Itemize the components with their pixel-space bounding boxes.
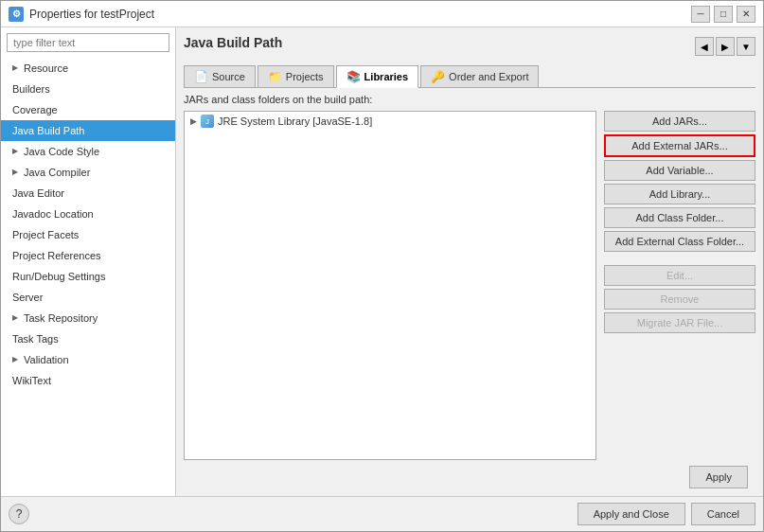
panel-header: Java Build Path ◀ ▶ ▼ xyxy=(184,35,755,58)
action-btn-add-library-[interactable]: Add Library... xyxy=(604,184,755,204)
nav-menu-button[interactable]: ▼ xyxy=(737,37,755,56)
panel-body: ▶JJRE System Library [JavaSE-1.8] Add JA… xyxy=(184,111,755,460)
button-spacer xyxy=(604,255,755,262)
sidebar-item-builders[interactable]: Builders xyxy=(1,79,175,99)
source-tab-label: Source xyxy=(212,71,245,82)
nav-arrows: ◀ ▶ ▼ xyxy=(695,37,755,56)
apply-and-close-button[interactable]: Apply and Close xyxy=(577,503,685,525)
tabs-bar: 📄Source📁Projects📚Libraries🔑Order and Exp… xyxy=(184,65,755,88)
action-btn-edit-: Edit... xyxy=(604,265,755,286)
library-list[interactable]: ▶JJRE System Library [JavaSE-1.8] xyxy=(184,111,596,460)
nav-back-button[interactable]: ◀ xyxy=(695,37,714,56)
main-panel: Java Build Path ◀ ▶ ▼ 📄Source📁Projects📚L… xyxy=(176,27,763,496)
cancel-button[interactable]: Cancel xyxy=(691,503,755,525)
sidebar-item-java-build-path[interactable]: Java Build Path xyxy=(1,120,175,141)
footer-left: ? xyxy=(9,504,572,524)
sidebar-item-wikitext[interactable]: WikiText xyxy=(1,370,175,391)
title-controls: ─ □ ✕ xyxy=(691,6,755,23)
libraries-tab-icon: 📚 xyxy=(346,70,361,83)
sidebar-item-task-repository[interactable]: Task Repository xyxy=(1,308,175,328)
content-area: ResourceBuildersCoverageJava Build PathJ… xyxy=(1,27,763,496)
sidebar-item-server[interactable]: Server xyxy=(1,287,175,308)
sidebar: ResourceBuildersCoverageJava Build PathJ… xyxy=(1,27,176,496)
main-window: ⚙ Properties for testProject ─ □ ✕ Resou… xyxy=(0,0,764,532)
order and export-tab-label: Order and Export xyxy=(449,71,528,82)
projects-tab-icon: 📁 xyxy=(268,70,282,83)
projects-tab-label: Projects xyxy=(286,71,324,82)
sidebar-item-run/debug-settings[interactable]: Run/Debug Settings xyxy=(1,266,175,287)
window-title: Properties for testProject xyxy=(29,8,154,21)
sidebar-item-resource[interactable]: Resource xyxy=(1,58,175,79)
action-btn-add-variable-[interactable]: Add Variable... xyxy=(604,160,755,181)
library-item-label: JRE System Library [JavaSE-1.8] xyxy=(218,115,372,127)
sidebar-item-java-compiler[interactable]: Java Compiler xyxy=(1,162,175,183)
libraries-tab-label: Libraries xyxy=(364,71,408,82)
action-btn-add-external-class-folder-[interactable]: Add External Class Folder... xyxy=(604,231,755,252)
tab-order-and-export[interactable]: 🔑Order and Export xyxy=(420,65,539,87)
sidebar-item-project-references[interactable]: Project References xyxy=(1,245,175,266)
sidebar-item-validation[interactable]: Validation xyxy=(1,349,175,370)
footer: ? Apply and Close Cancel xyxy=(1,496,763,531)
library-item-icon: J xyxy=(201,115,214,128)
tab-source[interactable]: 📄Source xyxy=(184,65,256,87)
maximize-button[interactable]: □ xyxy=(714,6,733,23)
action-btn-add-jars-[interactable]: Add JARs... xyxy=(604,111,755,132)
library-item-arrow: ▶ xyxy=(190,116,197,126)
title-bar-left: ⚙ Properties for testProject xyxy=(9,7,154,22)
apply-button[interactable]: Apply xyxy=(689,466,748,488)
action-btn-add-external-jars-[interactable]: Add External JARs... xyxy=(604,134,755,157)
sidebar-item-javadoc-location[interactable]: Javadoc Location xyxy=(1,204,175,224)
tab-libraries[interactable]: 📚Libraries xyxy=(336,65,418,88)
action-btn-add-class-folder-[interactable]: Add Class Folder... xyxy=(604,207,755,228)
library-item-0[interactable]: ▶JJRE System Library [JavaSE-1.8] xyxy=(185,112,595,131)
source-tab-icon: 📄 xyxy=(194,70,208,83)
sidebar-item-coverage[interactable]: Coverage xyxy=(1,99,175,120)
help-button[interactable]: ? xyxy=(9,504,29,524)
minimize-button[interactable]: ─ xyxy=(691,6,710,23)
sidebar-tree: ResourceBuildersCoverageJava Build PathJ… xyxy=(1,58,175,391)
sidebar-item-java-code-style[interactable]: Java Code Style xyxy=(1,141,175,162)
title-bar: ⚙ Properties for testProject ─ □ ✕ xyxy=(1,1,763,27)
window-icon: ⚙ xyxy=(9,7,24,22)
filter-input[interactable] xyxy=(7,33,169,52)
nav-forward-button[interactable]: ▶ xyxy=(716,37,735,56)
order and export-tab-icon: 🔑 xyxy=(431,70,445,83)
sidebar-item-task-tags[interactable]: Task Tags xyxy=(1,328,175,349)
tab-projects[interactable]: 📁Projects xyxy=(258,65,334,87)
panel-title: Java Build Path xyxy=(184,35,282,50)
action-btn-remove: Remove xyxy=(604,289,755,310)
action-btn-migrate-jar-file-: Migrate JAR File... xyxy=(604,312,755,333)
build-path-description: JARs and class folders on the build path… xyxy=(184,94,755,105)
close-button[interactable]: ✕ xyxy=(737,6,755,23)
apply-row: Apply xyxy=(184,466,755,488)
sidebar-item-project-facets[interactable]: Project Facets xyxy=(1,224,175,245)
buttons-panel: Add JARs...Add External JARs...Add Varia… xyxy=(604,111,755,460)
sidebar-item-java-editor[interactable]: Java Editor xyxy=(1,183,175,204)
